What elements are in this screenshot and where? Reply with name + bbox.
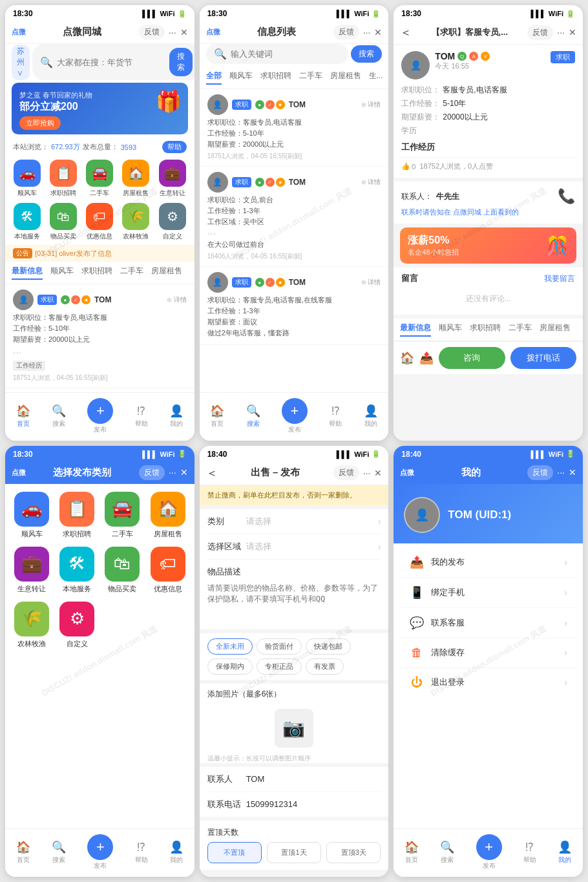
- cat-zidingyi[interactable]: ⚙ 自定义: [58, 602, 96, 649]
- form-row-category[interactable]: 类别 请选择 ›: [207, 509, 381, 534]
- nav6-help[interactable]: ⁉ 帮助: [523, 840, 536, 865]
- cat-ershouche[interactable]: 🚘 二手车: [103, 492, 141, 539]
- nav6-search[interactable]: 🔍 搜索: [440, 840, 454, 865]
- menu-my-posts[interactable]: 📤 我的发布 ›: [400, 547, 576, 578]
- more-btn-6[interactable]: ···: [557, 467, 565, 478]
- nav-search-1[interactable]: 🔍 搜索: [52, 404, 66, 428]
- detail-link-1[interactable]: ⊙ 详情: [167, 295, 187, 304]
- close-btn-1[interactable]: ✕: [180, 27, 188, 37]
- nav-profile-1[interactable]: 👤 我的: [169, 404, 184, 428]
- menu-contact-cs[interactable]: 💬 联系客服 ›: [400, 608, 576, 638]
- tab-qiuzhi[interactable]: 求职招聘: [81, 266, 112, 280]
- publish-btn-6[interactable]: +: [476, 834, 502, 860]
- search-btn-2[interactable]: 搜索: [351, 45, 382, 63]
- tab2-sfq[interactable]: 顺风车: [229, 70, 253, 85]
- cat-shunfengche[interactable]: 🚗 顺风车: [13, 492, 50, 539]
- menu-bind-phone[interactable]: 📱 绑定手机 ›: [400, 578, 576, 608]
- tab2-fwzs[interactable]: 房屋租售: [330, 70, 361, 85]
- salary-banner[interactable]: 涨薪50% 名企48小时急招 🎊: [400, 227, 576, 264]
- cat-qiuzhi[interactable]: 📋 求职招聘: [58, 492, 96, 539]
- nav4-publish[interactable]: + 发布: [87, 834, 113, 870]
- tag-zhuangui[interactable]: 专柜正品: [257, 658, 302, 675]
- close-btn-6[interactable]: ✕: [569, 467, 576, 478]
- detail-tab-sfq[interactable]: 顺风车: [439, 322, 462, 337]
- cat-nonglin[interactable]: 🌾 农林牧渔: [13, 602, 50, 649]
- tab-ershou[interactable]: 二手车: [120, 266, 143, 280]
- help-btn-1[interactable]: 帮助: [162, 141, 187, 153]
- nav-publish-1[interactable]: + 发布: [87, 398, 113, 434]
- leave-comment-btn[interactable]: 我要留言: [544, 273, 575, 284]
- icon-shunfengche[interactable]: 🚗 顺风车: [12, 160, 43, 198]
- cat-wupin[interactable]: 🛍 物品买卖: [103, 547, 141, 594]
- icon-qiuzhi[interactable]: 📋 求职招聘: [48, 160, 79, 198]
- nav-help-1[interactable]: ⁉ 帮助: [135, 404, 148, 428]
- detail-publish-icon[interactable]: 📤: [419, 351, 434, 365]
- publish-btn-2[interactable]: +: [282, 398, 308, 424]
- search-input-2[interactable]: [231, 49, 341, 59]
- search-input-1[interactable]: [57, 58, 165, 67]
- nav2-publish[interactable]: + 发布: [282, 398, 308, 434]
- banner-1[interactable]: 梦之蓝 春节回家的礼物 部分立减200 立即抢购 🎁: [12, 83, 188, 134]
- nav2-profile[interactable]: 👤 我的: [364, 404, 378, 428]
- detail-tab-latest[interactable]: 最新信息: [400, 322, 431, 337]
- nav2-help[interactable]: ⁉ 帮助: [329, 404, 342, 428]
- form-row-area[interactable]: 选择区域 请选择 ›: [207, 534, 381, 560]
- feedback-btn-2[interactable]: 反馈: [333, 25, 359, 39]
- nav2-search[interactable]: 🔍 搜索: [246, 404, 260, 428]
- back-btn-3[interactable]: ＜: [400, 25, 412, 40]
- more-btn-1[interactable]: ···: [169, 27, 176, 37]
- icon-nonglin[interactable]: 🌾 农林牧渔: [120, 203, 151, 241]
- close-btn-5[interactable]: ✕: [374, 468, 382, 478]
- list-detail-3[interactable]: ⊙ 详情: [361, 278, 381, 287]
- more-btn-5[interactable]: ···: [363, 468, 371, 478]
- nav6-publish[interactable]: + 发布: [476, 834, 502, 870]
- icon-wupin[interactable]: 🛍 物品买卖: [48, 203, 79, 241]
- icon-zidingyi[interactable]: ⚙ 自定义: [157, 203, 188, 241]
- back-btn-5[interactable]: ＜: [206, 465, 218, 481]
- list-detail-2[interactable]: ⊙ 详情: [361, 178, 381, 187]
- nav6-home[interactable]: 🏠 首页: [404, 840, 419, 865]
- form-textarea-desc[interactable]: [207, 578, 381, 623]
- cat-bendi[interactable]: 🛠 本地服务: [58, 547, 96, 594]
- tag-yanhuomian[interactable]: 验货面付: [257, 638, 302, 655]
- cat-fangwu[interactable]: 🏠 房屋租售: [149, 492, 186, 539]
- top-opt-1[interactable]: 置顶1天: [267, 842, 321, 863]
- nav4-home[interactable]: 🏠 首页: [16, 840, 30, 865]
- nav6-profile[interactable]: 👤 我的: [558, 840, 572, 865]
- tab-fangwu[interactable]: 房屋租售: [151, 266, 182, 280]
- like-btn[interactable]: 👍 0: [401, 162, 415, 171]
- call-btn[interactable]: 拨打电话: [510, 347, 576, 369]
- city-selector[interactable]: 苏州 ∨: [12, 45, 30, 80]
- icon-fangwu[interactable]: 🏠 房屋租售: [120, 160, 151, 198]
- nav2-home[interactable]: 🏠 首页: [210, 404, 224, 428]
- feedback-btn-1[interactable]: 反馈: [139, 25, 165, 39]
- icon-youhui[interactable]: 🏷 优惠信息: [84, 203, 115, 241]
- tab2-more[interactable]: 生...: [369, 70, 383, 85]
- photo-add-area[interactable]: 📷: [207, 702, 381, 754]
- detail-home-icon[interactable]: 🏠: [400, 351, 414, 365]
- feedback-btn-6[interactable]: 反馈: [527, 465, 553, 480]
- tab2-qzpz[interactable]: 求职招聘: [260, 70, 291, 85]
- tag-baozhang[interactable]: 保修期内: [207, 658, 253, 675]
- menu-logout[interactable]: ⏻ 退出登录 ›: [400, 668, 576, 697]
- more-btn-3[interactable]: ···: [557, 27, 565, 37]
- cat-shengyi[interactable]: 💼 生意转让: [13, 547, 50, 594]
- close-btn-2[interactable]: ✕: [374, 27, 382, 37]
- nav4-profile[interactable]: 👤 我的: [169, 840, 184, 865]
- detail-tab-qzpz[interactable]: 求职招聘: [470, 322, 501, 337]
- feedback-btn-3[interactable]: 反馈: [527, 25, 553, 40]
- close-btn-3[interactable]: ✕: [569, 27, 576, 37]
- tag-xinwei[interactable]: 全新未用: [207, 638, 253, 655]
- tag-fapiao[interactable]: 有发票: [306, 658, 344, 675]
- top-opt-2[interactable]: 置顶3天: [326, 842, 381, 863]
- detail-tab-esgq[interactable]: 二手车: [509, 322, 532, 337]
- list-detail-1[interactable]: ⊙ 详情: [361, 100, 381, 109]
- search-btn-1[interactable]: 搜索: [169, 48, 193, 76]
- call-icon[interactable]: 📞: [558, 188, 575, 205]
- icon-shengyi[interactable]: 💼 生意转让: [157, 160, 188, 198]
- banner-cta-1[interactable]: 立即抢购: [19, 116, 61, 130]
- publish-btn-4[interactable]: +: [87, 834, 113, 860]
- more-btn-4[interactable]: ···: [169, 467, 176, 478]
- tab2-esgq[interactable]: 二手车: [299, 70, 322, 85]
- icon-bendi[interactable]: 🛠 本地服务: [12, 203, 43, 241]
